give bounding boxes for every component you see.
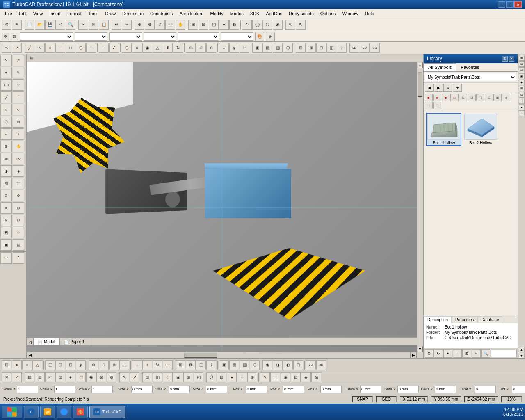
- minimize-button[interactable]: −: [498, 1, 505, 8]
- bt2-25[interactable]: ◉: [281, 372, 290, 382]
- lib-icon-gray5[interactable]: ▣: [493, 94, 502, 101]
- save-btn[interactable]: 💾: [45, 20, 55, 30]
- bt1-24[interactable]: ⬡: [250, 360, 260, 370]
- taskbar-chrome[interactable]: 🌐: [57, 406, 71, 418]
- delta-y-input[interactable]: [397, 386, 419, 393]
- menu-architecture[interactable]: Architecture: [176, 10, 207, 17]
- bt2-19[interactable]: ⬡: [206, 372, 216, 382]
- maximize-button[interactable]: □: [506, 1, 514, 8]
- lib-icon-red4[interactable]: □: [450, 94, 459, 101]
- lib-icon-gray1[interactable]: ⊞: [459, 94, 467, 101]
- bt1-17[interactable]: ⊞: [176, 360, 185, 370]
- lt-3dview[interactable]: 3V: [13, 153, 24, 164]
- lt-snap[interactable]: ⊹: [13, 79, 24, 91]
- vertical-scrollbar[interactable]: ▲ ▼: [417, 62, 423, 352]
- menu-window[interactable]: Window: [339, 10, 362, 17]
- lt-explode[interactable]: ⊠: [0, 215, 12, 226]
- loft-btn[interactable]: ◈: [229, 43, 239, 53]
- lt-zoom[interactable]: ⊕: [0, 141, 12, 152]
- lib-icon-red1[interactable]: ■: [425, 94, 433, 101]
- dim-angular[interactable]: ∠: [109, 43, 119, 53]
- bt2-snap[interactable]: ↖: [260, 372, 270, 382]
- bt2-check[interactable]: ✓: [12, 372, 22, 382]
- scroll-thumb-h[interactable]: [184, 353, 217, 358]
- 3d-revolve[interactable]: ↻: [173, 43, 183, 53]
- lt-more2[interactable]: ⋮: [13, 252, 24, 264]
- bt1-9[interactable]: ⊕: [89, 360, 98, 370]
- scale-z-input[interactable]: [91, 386, 113, 393]
- rt-btn10[interactable]: ○: [519, 110, 525, 116]
- taskbar-files[interactable]: 📁: [40, 406, 55, 418]
- linetype-select[interactable]: [109, 32, 142, 41]
- bt2-5[interactable]: ⊡: [55, 372, 65, 382]
- library-path-select[interactable]: My Symbols\Tank Parts\Bots: [425, 73, 516, 81]
- 3d-cylinder[interactable]: ◉: [142, 43, 152, 53]
- bt2-4[interactable]: ◱: [45, 372, 55, 382]
- draw-line[interactable]: ╱: [25, 43, 34, 53]
- lib-desc-tab-properties[interactable]: Properties: [452, 316, 478, 323]
- rt-btn7[interactable]: ⊡: [519, 92, 525, 98]
- lt-arc[interactable]: ⌒: [13, 91, 24, 103]
- view-front[interactable]: ▣: [252, 43, 262, 53]
- lib-icon-red3[interactable]: ■: [442, 94, 450, 101]
- surface-btn[interactable]: ⬦: [219, 43, 229, 53]
- lib-refresh-btn[interactable]: ↻: [443, 84, 452, 92]
- rt-btn6[interactable]: ⊠: [519, 86, 525, 91]
- menu-tools[interactable]: Tools: [85, 10, 102, 17]
- size-x-input[interactable]: [131, 386, 153, 393]
- zoom-fit-btn[interactable]: ⤢: [155, 20, 165, 30]
- bt1-19[interactable]: ◫: [196, 360, 206, 370]
- bt2-3[interactable]: ⊟: [35, 372, 45, 382]
- menu-ruby-scripts[interactable]: Ruby scripts: [285, 10, 317, 17]
- render-btn[interactable]: ●: [219, 20, 229, 30]
- print-btn[interactable]: 🖨: [55, 20, 65, 30]
- menu-edit[interactable]: Edit: [16, 10, 30, 17]
- bt2-16[interactable]: ▣: [173, 372, 183, 382]
- material-btn[interactable]: ◐: [229, 20, 239, 30]
- lt-line[interactable]: ╱: [0, 91, 12, 103]
- bt1-6[interactable]: ⊡: [55, 360, 65, 370]
- walk-btn[interactable]: ⬡: [262, 20, 272, 30]
- delta-x-input[interactable]: [360, 386, 381, 393]
- bt2-22[interactable]: ○: [237, 372, 247, 382]
- menu-draw[interactable]: Draw: [102, 10, 119, 17]
- zoom-window-btn[interactable]: ⬚: [165, 20, 175, 30]
- menu-dimension[interactable]: Dimension: [119, 10, 147, 17]
- bt2-9[interactable]: ⊠: [96, 372, 106, 382]
- bt1-2[interactable]: ●: [12, 360, 22, 370]
- rt-btn4[interactable]: ▣: [519, 73, 525, 79]
- bt1-29[interactable]: 3D: [306, 360, 316, 370]
- lib-favorite-btn[interactable]: ★: [453, 84, 462, 92]
- lt-measure[interactable]: ⟷: [0, 79, 12, 91]
- lib-view1-btn[interactable]: ⊞: [462, 349, 471, 358]
- draw-select[interactable]: ↖: [2, 43, 11, 53]
- 3d-box[interactable]: ⬡: [122, 43, 132, 53]
- print-preview-btn[interactable]: 🔍: [66, 20, 75, 30]
- lib-tab-all[interactable]: All Symbols: [424, 63, 456, 71]
- bt2-6[interactable]: ◈: [66, 372, 75, 382]
- lt-pan[interactable]: ✋: [13, 141, 24, 152]
- draw-rect[interactable]: □: [66, 43, 75, 53]
- scroll-left-btn[interactable]: ◀: [27, 352, 33, 358]
- bt2-20[interactable]: ⊟: [217, 372, 226, 382]
- bt1-3[interactable]: ○: [22, 360, 32, 370]
- bt2-12[interactable]: ↗: [130, 372, 139, 382]
- bt2-13[interactable]: ⊡: [142, 372, 152, 382]
- size-z-input[interactable]: [206, 386, 227, 393]
- paste-btn[interactable]: 📋: [99, 20, 109, 30]
- open-btn[interactable]: 📂: [35, 20, 45, 30]
- tab-prev[interactable]: ◁: [27, 339, 33, 345]
- lib-icon-gray2[interactable]: ⊟: [468, 94, 476, 101]
- scale-y-input[interactable]: [54, 386, 75, 393]
- draw-curve[interactable]: ∿: [35, 43, 45, 53]
- tab-paper1[interactable]: 📄 Paper 1: [59, 338, 89, 345]
- cut-btn[interactable]: ✂: [78, 20, 88, 30]
- new-btn[interactable]: 📄: [25, 20, 34, 30]
- lt-symbol[interactable]: ⊟: [0, 190, 12, 201]
- lib-settings-btn[interactable]: ⚙: [425, 349, 434, 358]
- lt-node[interactable]: ●: [0, 67, 12, 78]
- undo-btn[interactable]: ↩: [112, 20, 121, 30]
- rot-x-input[interactable]: [475, 386, 496, 393]
- material-picker-btn[interactable]: ◈: [266, 32, 275, 41]
- menu-view[interactable]: View: [30, 10, 46, 17]
